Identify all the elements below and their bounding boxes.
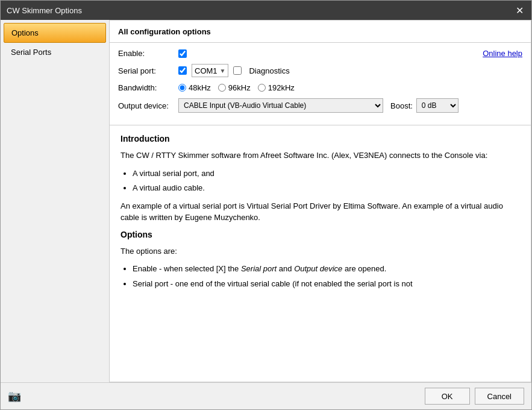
sidebar-item-options[interactable]: Options	[4, 23, 106, 43]
diagnostics-checkbox[interactable]	[233, 66, 242, 75]
bandwidth-192khz: 192kHz	[258, 83, 295, 92]
bandwidth-options: 48kHz 96kHz 192kHz	[178, 83, 295, 92]
sidebar: Options Serial Ports	[1, 20, 109, 382]
boost-section: Boost: 0 dB	[390, 98, 458, 113]
dialog-footer: 📷 OK Cancel	[1, 382, 531, 409]
list-item-1: A virtual serial port, and	[133, 168, 520, 180]
close-button[interactable]: ✕	[513, 4, 525, 16]
boost-label: Boost:	[390, 101, 413, 110]
output-device-row: Output device: CABLE Input (VB-Audio Vir…	[118, 98, 522, 113]
dialog: CW Skimmer Options ✕ Options Serial Port…	[0, 0, 532, 410]
bandwidth-192khz-radio[interactable]	[258, 84, 266, 92]
bandwidth-48khz-radio[interactable]	[178, 84, 186, 92]
intro-list: A virtual serial port, and A virtual aud…	[133, 168, 520, 194]
dialog-title: CW Skimmer Options	[7, 6, 82, 15]
list-item-1-text: A virtual serial port, and	[133, 169, 214, 178]
enable-checkbox[interactable]	[178, 49, 187, 58]
serial-port-row: Serial port: COM1 ▼ Diagnostics	[118, 64, 522, 77]
footer-buttons: OK Cancel	[425, 388, 524, 405]
bandwidth-96khz: 96kHz	[218, 83, 251, 92]
boost-dropdown[interactable]: 0 dB	[416, 98, 458, 113]
sidebar-item-serial-ports[interactable]: Serial Ports	[4, 43, 106, 62]
dialog-body: Options Serial Ports All configuration o…	[1, 20, 531, 382]
options-paragraph: The options are:	[120, 245, 520, 257]
footer-left: 📷	[8, 390, 21, 403]
intro-title: Introduction	[120, 134, 520, 144]
cancel-button[interactable]: Cancel	[475, 388, 524, 405]
online-help-link[interactable]: Online help	[483, 49, 522, 58]
options-section-title: Options	[120, 230, 520, 239]
sidebar-item-serial-ports-label: Serial Ports	[11, 48, 51, 57]
bandwidth-96khz-radio[interactable]	[218, 84, 226, 92]
enable-label: Enable:	[118, 49, 178, 58]
serial-port-checkbox[interactable]	[178, 66, 187, 75]
list-item-2: A virtual audio cable.	[133, 182, 520, 194]
enable-row: Enable: Online help	[118, 49, 522, 58]
com-port-dropdown[interactable]: COM1 ▼	[192, 64, 228, 77]
camera-icon[interactable]: 📷	[8, 390, 21, 403]
bandwidth-48khz-label: 48kHz	[189, 83, 211, 92]
options-list: Enable - when selected [X] the Serial po…	[133, 263, 520, 289]
list-item-2-text: A virtual audio cable.	[133, 183, 205, 192]
com-port-value: COM1	[195, 66, 217, 75]
options-list-item-1: Enable - when selected [X] the Serial po…	[133, 263, 520, 275]
serial-port-controls: COM1 ▼ Diagnostics	[178, 64, 290, 77]
bandwidth-192khz-label: 192kHz	[268, 83, 295, 92]
options-list-item-2: Serial port - one end of the virtual ser…	[133, 278, 520, 290]
com-dropdown-arrow: ▼	[220, 68, 226, 74]
bandwidth-label: Bandwidth:	[118, 83, 178, 92]
bandwidth-48khz: 48kHz	[178, 83, 211, 92]
content-area[interactable]: Introduction The CW / RTTY Skimmer softw…	[110, 125, 531, 382]
sidebar-item-options-label: Options	[11, 28, 39, 37]
intro-paragraph-1: The CW / RTTY Skimmer software from Afre…	[120, 150, 520, 162]
intro-paragraph-2: An example of a virtual serial port is V…	[120, 200, 520, 224]
config-header: All configuration options	[110, 20, 531, 43]
ok-button[interactable]: OK	[425, 388, 470, 405]
options-list-item-1-text: Enable - when selected [X] the Serial po…	[133, 264, 386, 273]
options-list-item-2-text: Serial port - one end of the virtual ser…	[133, 279, 413, 288]
output-device-select[interactable]: CABLE Input (VB-Audio Virtual Cable)	[178, 98, 383, 113]
diagnostics-label: Diagnostics	[249, 66, 289, 75]
title-bar: CW Skimmer Options ✕	[1, 1, 531, 20]
output-device-label: Output device:	[118, 101, 178, 110]
config-options: Enable: Online help Serial port: COM1 ▼	[110, 43, 531, 125]
main-content: All configuration options Enable: Online…	[109, 20, 531, 382]
bandwidth-96khz-label: 96kHz	[228, 83, 251, 92]
config-header-text: All configuration options	[118, 27, 211, 36]
serial-port-label: Serial port:	[118, 66, 178, 75]
bandwidth-row: Bandwidth: 48kHz 96kHz 192kHz	[118, 83, 522, 92]
